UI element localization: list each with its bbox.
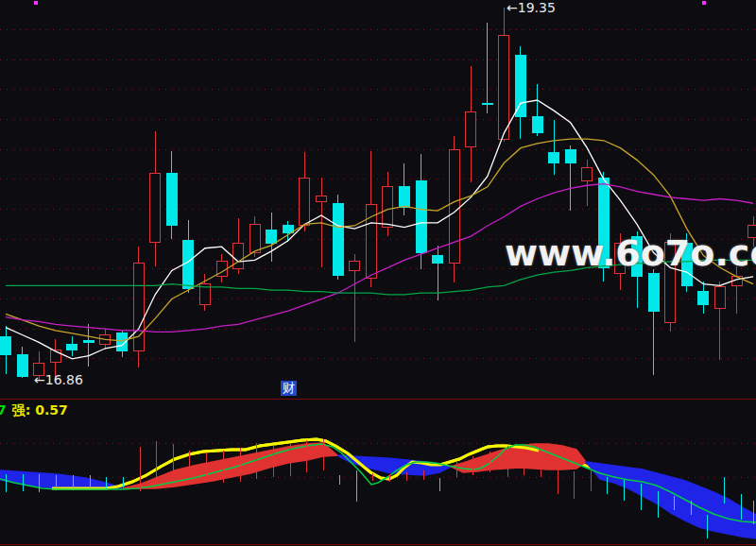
- indicator-label-value: 强: 0.57: [12, 402, 68, 418]
- stock-chart-app: ←19.35 ←16.86 财 www.6o7o.com 7强: 0.57: [0, 0, 756, 546]
- cai-tag-button[interactable]: 财: [281, 381, 297, 396]
- indicator-label-prefix: 7: [0, 402, 7, 418]
- indicator-label: 7强: 0.57: [0, 402, 68, 419]
- chart-canvas: [0, 0, 756, 546]
